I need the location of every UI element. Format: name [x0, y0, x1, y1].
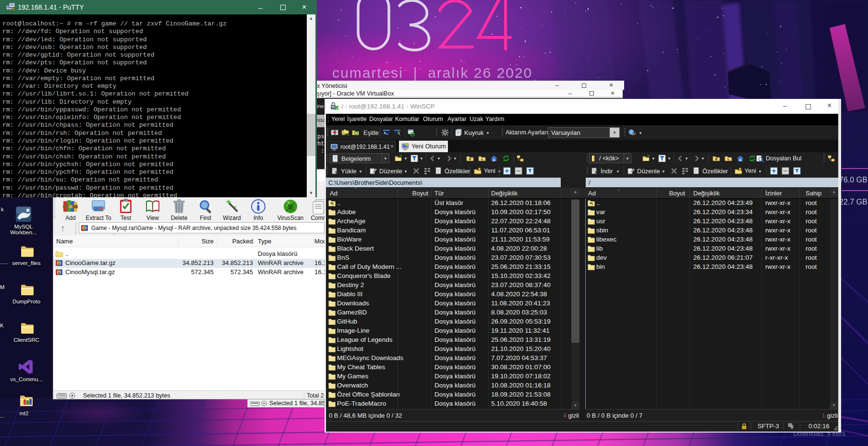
svg-text:cumartesi | aralık 26 2020: cumartesi | aralık 26 2020 — [332, 65, 532, 81]
svg-text:76.0 GB /: 76.0 GB / — [839, 176, 868, 184]
svg-text:W: W — [83, 227, 86, 230]
svg-text:W: W — [58, 271, 61, 274]
svg-text:W: W — [58, 262, 61, 265]
svg-text:22.7 GB /: 22.7 GB / — [839, 198, 868, 206]
